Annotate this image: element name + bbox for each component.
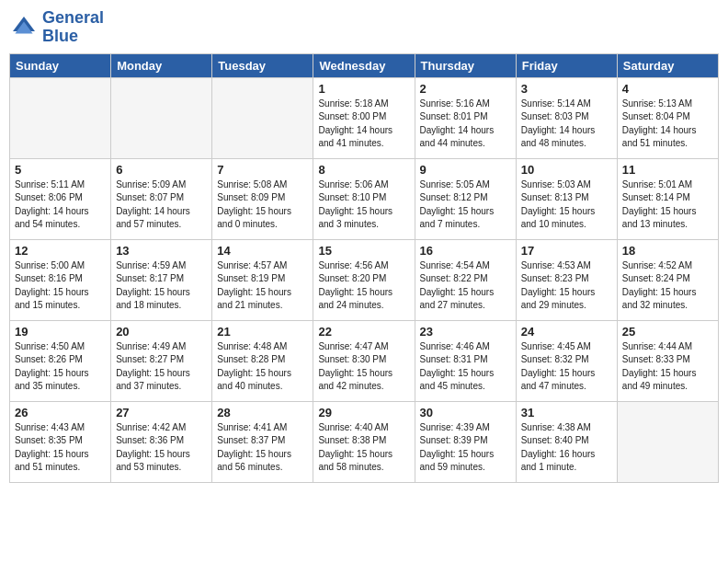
calendar-cell: 5Sunrise: 5:11 AM Sunset: 8:06 PM Daylig… [10,158,111,239]
day-number: 4 [622,82,713,96]
calendar-cell: 2Sunrise: 5:16 AM Sunset: 8:01 PM Daylig… [415,77,516,158]
day-info: Sunrise: 4:44 AM Sunset: 8:33 PM Dayligh… [622,340,713,394]
calendar-cell: 13Sunrise: 4:59 AM Sunset: 8:17 PM Dayli… [111,239,212,320]
calendar-week-2: 5Sunrise: 5:11 AM Sunset: 8:06 PM Daylig… [10,158,719,239]
calendar-cell: 7Sunrise: 5:08 AM Sunset: 8:09 PM Daylig… [212,158,313,239]
day-number: 28 [217,406,308,419]
day-number: 8 [318,163,409,177]
logo-icon [9,13,39,42]
day-info: Sunrise: 4:39 AM Sunset: 8:39 PM Dayligh… [420,421,511,475]
day-number: 13 [116,244,207,258]
calendar-cell: 24Sunrise: 4:45 AM Sunset: 8:32 PM Dayli… [516,320,617,401]
day-number: 12 [15,244,106,258]
calendar-cell: 17Sunrise: 4:53 AM Sunset: 8:23 PM Dayli… [516,239,617,320]
day-number: 29 [318,406,409,419]
calendar-cell: 25Sunrise: 4:44 AM Sunset: 8:33 PM Dayli… [617,320,718,401]
calendar-week-1: 1Sunrise: 5:18 AM Sunset: 8:00 PM Daylig… [10,77,719,158]
day-info: Sunrise: 4:56 AM Sunset: 8:20 PM Dayligh… [318,259,409,313]
calendar-cell: 29Sunrise: 4:40 AM Sunset: 8:38 PM Dayli… [313,401,415,482]
day-info: Sunrise: 4:41 AM Sunset: 8:37 PM Dayligh… [217,421,308,475]
calendar-cell: 9Sunrise: 5:05 AM Sunset: 8:12 PM Daylig… [415,158,516,239]
day-info: Sunrise: 5:13 AM Sunset: 8:04 PM Dayligh… [622,98,713,151]
day-number: 24 [521,325,612,339]
day-number: 14 [217,244,308,258]
day-info: Sunrise: 5:16 AM Sunset: 8:01 PM Dayligh… [420,98,511,151]
day-header-monday: Monday [111,53,212,77]
calendar-cell: 18Sunrise: 4:52 AM Sunset: 8:24 PM Dayli… [617,239,718,320]
day-info: Sunrise: 4:40 AM Sunset: 8:38 PM Dayligh… [318,421,409,475]
calendar-cell: 6Sunrise: 5:09 AM Sunset: 8:07 PM Daylig… [111,158,212,239]
calendar-cell: 23Sunrise: 4:46 AM Sunset: 8:31 PM Dayli… [415,320,516,401]
calendar-cell: 16Sunrise: 4:54 AM Sunset: 8:22 PM Dayli… [415,239,516,320]
day-number: 3 [521,82,612,96]
calendar-week-5: 26Sunrise: 4:43 AM Sunset: 8:35 PM Dayli… [10,401,719,482]
calendar-cell: 11Sunrise: 5:01 AM Sunset: 8:14 PM Dayli… [617,158,718,239]
day-info: Sunrise: 4:59 AM Sunset: 8:17 PM Dayligh… [116,259,207,313]
day-info: Sunrise: 5:01 AM Sunset: 8:14 PM Dayligh… [622,178,713,232]
day-header-tuesday: Tuesday [212,53,313,77]
day-info: Sunrise: 4:50 AM Sunset: 8:26 PM Dayligh… [15,340,106,394]
day-info: Sunrise: 4:53 AM Sunset: 8:23 PM Dayligh… [521,259,612,313]
day-number: 22 [318,325,409,339]
calendar-cell: 14Sunrise: 4:57 AM Sunset: 8:19 PM Dayli… [212,239,313,320]
logo-text: General Blue [42,9,104,46]
day-header-thursday: Thursday [415,53,516,77]
day-number: 16 [420,244,511,258]
day-info: Sunrise: 4:45 AM Sunset: 8:32 PM Dayligh… [521,340,612,394]
day-number: 10 [521,163,612,177]
day-info: Sunrise: 5:03 AM Sunset: 8:13 PM Dayligh… [521,178,612,232]
calendar-cell: 10Sunrise: 5:03 AM Sunset: 8:13 PM Dayli… [516,158,617,239]
calendar-cell: 21Sunrise: 4:48 AM Sunset: 8:28 PM Dayli… [212,320,313,401]
day-info: Sunrise: 4:46 AM Sunset: 8:31 PM Dayligh… [420,340,511,394]
calendar-cell: 26Sunrise: 4:43 AM Sunset: 8:35 PM Dayli… [10,401,111,482]
page-header: General Blue [9,9,719,46]
day-number: 6 [116,163,207,177]
day-info: Sunrise: 5:09 AM Sunset: 8:07 PM Dayligh… [116,178,207,232]
calendar-cell: 27Sunrise: 4:42 AM Sunset: 8:36 PM Dayli… [111,401,212,482]
calendar-cell: 12Sunrise: 5:00 AM Sunset: 8:16 PM Dayli… [10,239,111,320]
calendar-cell: 19Sunrise: 4:50 AM Sunset: 8:26 PM Dayli… [10,320,111,401]
calendar-cell: 3Sunrise: 5:14 AM Sunset: 8:03 PM Daylig… [516,77,617,158]
day-info: Sunrise: 5:00 AM Sunset: 8:16 PM Dayligh… [15,259,106,313]
calendar-cell: 28Sunrise: 4:41 AM Sunset: 8:37 PM Dayli… [212,401,313,482]
day-number: 15 [318,244,409,258]
calendar-cell [212,77,313,158]
logo: General Blue [9,9,104,46]
calendar-cell [617,401,718,482]
day-number: 31 [521,406,612,419]
calendar-table: SundayMondayTuesdayWednesdayThursdayFrid… [9,53,719,483]
day-info: Sunrise: 5:11 AM Sunset: 8:06 PM Dayligh… [15,178,106,232]
day-info: Sunrise: 4:42 AM Sunset: 8:36 PM Dayligh… [116,421,207,475]
day-info: Sunrise: 5:14 AM Sunset: 8:03 PM Dayligh… [521,98,612,151]
day-info: Sunrise: 5:06 AM Sunset: 8:10 PM Dayligh… [318,178,409,232]
day-number: 30 [420,406,511,419]
day-header-wednesday: Wednesday [313,53,415,77]
calendar-cell: 30Sunrise: 4:39 AM Sunset: 8:39 PM Dayli… [415,401,516,482]
day-info: Sunrise: 4:54 AM Sunset: 8:22 PM Dayligh… [420,259,511,313]
day-number: 21 [217,325,308,339]
day-number: 19 [15,325,106,339]
day-header-saturday: Saturday [617,53,718,77]
day-info: Sunrise: 4:47 AM Sunset: 8:30 PM Dayligh… [318,340,409,394]
day-info: Sunrise: 4:38 AM Sunset: 8:40 PM Dayligh… [521,421,612,475]
calendar-week-4: 19Sunrise: 4:50 AM Sunset: 8:26 PM Dayli… [10,320,719,401]
day-info: Sunrise: 4:48 AM Sunset: 8:28 PM Dayligh… [217,340,308,394]
day-info: Sunrise: 4:52 AM Sunset: 8:24 PM Dayligh… [622,259,713,313]
calendar-cell: 15Sunrise: 4:56 AM Sunset: 8:20 PM Dayli… [313,239,415,320]
day-number: 7 [217,163,308,177]
day-number: 2 [420,82,511,96]
calendar-cell: 4Sunrise: 5:13 AM Sunset: 8:04 PM Daylig… [617,77,718,158]
calendar-cell [10,77,111,158]
day-number: 20 [116,325,207,339]
calendar-cell: 20Sunrise: 4:49 AM Sunset: 8:27 PM Dayli… [111,320,212,401]
calendar-cell: 8Sunrise: 5:06 AM Sunset: 8:10 PM Daylig… [313,158,415,239]
day-number: 5 [15,163,106,177]
day-number: 26 [15,406,106,419]
day-number: 18 [622,244,713,258]
day-number: 9 [420,163,511,177]
day-info: Sunrise: 4:57 AM Sunset: 8:19 PM Dayligh… [217,259,308,313]
day-info: Sunrise: 5:18 AM Sunset: 8:00 PM Dayligh… [318,98,409,151]
day-number: 17 [521,244,612,258]
calendar-week-3: 12Sunrise: 5:00 AM Sunset: 8:16 PM Dayli… [10,239,719,320]
day-number: 23 [420,325,511,339]
